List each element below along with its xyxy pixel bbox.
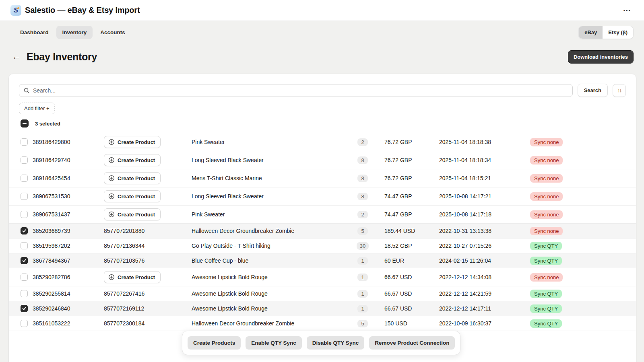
channel-toggle: eBayEtsy (β) [578, 26, 634, 39]
page-title: Ebay Inventory [27, 51, 97, 63]
sync-cell: Sync none [530, 273, 636, 282]
product-name: Pink Sweater [192, 139, 353, 145]
row-checkbox[interactable] [21, 305, 28, 312]
listed-date: 2025-10-08 14:17:18 [439, 211, 530, 218]
product-name: Halloween Decor Groundbreaker Zombie [192, 320, 353, 327]
filter-row: Add filter + [9, 97, 636, 114]
product-cell: Create Product [104, 208, 192, 220]
sync-status-badge: Sync QTY [530, 319, 562, 328]
sync-status-badge: Sync QTY [530, 304, 562, 313]
price: 66.67 USD [373, 290, 439, 297]
listed-date: 2025-11-04 18:15:21 [439, 175, 530, 181]
plus-circle-icon [108, 175, 115, 181]
create-product-button[interactable]: Create Product [104, 208, 161, 220]
create-product-label: Create Product [118, 175, 155, 181]
listed-date: 2022-12-12 14:34:08 [439, 274, 530, 280]
indeterminate-icon [23, 123, 27, 124]
row-checkbox[interactable] [21, 242, 28, 249]
table-row: 3851959872028577072136344Go Play Outside… [9, 239, 636, 253]
listed-date: 2022-10-09 16:30:37 [439, 320, 530, 327]
price: 60 EUR [373, 257, 439, 264]
page-title-row: ← Ebay Inventory Download inventories [0, 43, 644, 64]
nav-tab-dashboard[interactable]: Dashboard [14, 26, 55, 39]
sync-status-badge: Sync none [530, 138, 563, 146]
create-products-button[interactable]: Create Products [188, 336, 241, 350]
qty-badge: 2 [357, 138, 368, 146]
table-row: 389067531437Create ProductPink Sweater27… [9, 206, 636, 224]
create-product-button[interactable]: Create Product [104, 154, 161, 166]
qty-badge: 1 [357, 290, 368, 298]
row-checkbox[interactable] [21, 138, 28, 146]
price: 150 USD [373, 320, 439, 327]
overflow-menu-icon[interactable]: ••• [621, 6, 634, 15]
qty-cell: 2 [353, 211, 373, 218]
select-all-checkbox[interactable] [21, 119, 29, 128]
create-product-button[interactable]: Create Product [104, 136, 161, 148]
selected-count: 3 selected [35, 121, 60, 127]
table-row: 3852902468408577072169112Awesome Lipstic… [9, 301, 636, 316]
inventory-card: Search ↑↓ Add filter + 3 selected 389186… [8, 74, 636, 362]
enable-qty-sync-button[interactable]: Enable QTY Sync [246, 336, 302, 350]
product-cell: Create Product [104, 136, 192, 148]
listed-date: 2022-12-12 14:17:11 [439, 305, 530, 312]
search-toolbar: Search ↑↓ [9, 84, 636, 97]
sync-status-badge: Sync none [530, 227, 563, 235]
row-checkbox[interactable] [21, 257, 28, 264]
create-product-button[interactable]: Create Product [104, 172, 161, 184]
back-arrow-icon[interactable]: ← [12, 52, 21, 62]
table-row: 389186429740Create ProductLong Sleeved B… [9, 151, 636, 169]
check-icon [22, 306, 27, 311]
price: 76.72 GBP [373, 175, 439, 181]
price: 74.47 GBP [373, 211, 439, 218]
sync-cell: Sync QTY [530, 319, 636, 328]
sort-icon[interactable]: ↑↓ [613, 84, 626, 97]
row-checkbox[interactable] [21, 156, 28, 164]
row-checkbox[interactable] [21, 175, 28, 182]
sync-status-badge: Sync QTY [530, 242, 562, 250]
create-product-label: Create Product [118, 139, 155, 145]
product-name: Halloween Decor Groundbreaker Zombie [192, 228, 353, 234]
create-product-label: Create Product [118, 193, 155, 200]
search-input[interactable] [33, 87, 568, 94]
download-inventories-button[interactable]: Download inventories [568, 50, 634, 64]
product-id: 8577072201880 [104, 228, 192, 234]
qty-badge: 8 [357, 156, 368, 164]
row-checkbox[interactable] [21, 211, 28, 218]
create-product-button[interactable]: Create Product [104, 190, 161, 202]
price: 18.52 GBP [373, 243, 439, 249]
listed-date: 2022-10-31 13:13:38 [439, 228, 530, 234]
row-checkbox[interactable] [21, 193, 28, 200]
sync-cell: Sync none [530, 210, 636, 219]
search-icon [23, 87, 30, 94]
sync-cell: Sync none [530, 156, 636, 165]
table-row: 3867784943678577072103576Blue Coffee Cup… [9, 253, 636, 268]
row-checkbox[interactable] [21, 320, 28, 327]
item-id: 389186429800 [33, 139, 104, 145]
qty-cell: 30 [353, 242, 373, 250]
qty-badge: 1 [357, 305, 368, 313]
row-checkbox[interactable] [21, 290, 28, 297]
product-cell: Create Product [104, 172, 192, 184]
search-button[interactable]: Search [578, 84, 608, 97]
qty-cell: 1 [353, 290, 373, 298]
row-checkbox[interactable] [21, 227, 28, 234]
item-id: 385161053222 [33, 320, 104, 327]
channel-segment-ebay[interactable]: eBay [579, 26, 603, 39]
create-product-button[interactable]: Create Product [104, 271, 161, 283]
sync-status-badge: Sync none [530, 273, 563, 282]
sync-cell: Sync none [530, 174, 636, 183]
qty-cell: 1 [353, 305, 373, 313]
nav-tab-accounts[interactable]: Accounts [94, 26, 131, 39]
nav-tab-inventory[interactable]: Inventory [56, 26, 93, 39]
table-row: 3851610532228577072300184Halloween Decor… [9, 316, 636, 331]
item-id: 385290246840 [33, 305, 104, 312]
product-name: Awesome Lipstick Bold Rouge [192, 290, 353, 297]
row-checkbox-cell [21, 227, 33, 234]
remove-product-connection-button[interactable]: Remove Product Connection [369, 336, 455, 350]
add-filter-button[interactable]: Add filter + [19, 103, 55, 114]
row-checkbox[interactable] [21, 274, 28, 281]
channel-segment-etsy-[interactable]: Etsy (β) [603, 26, 633, 39]
disable-qty-sync-button[interactable]: Disable QTY Sync [307, 336, 364, 350]
plus-circle-icon [108, 139, 115, 145]
qty-cell: 8 [353, 193, 373, 200]
